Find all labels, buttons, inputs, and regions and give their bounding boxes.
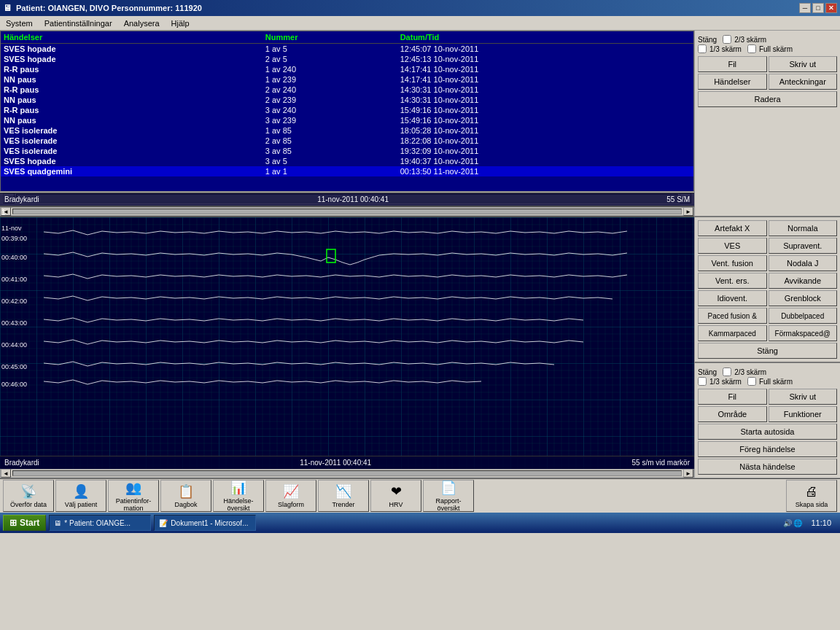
svg-rect-23 [0,217,694,469]
checkboxes-bottom: Stäng 2/3 skärm 1/3 skärm Full skärm [698,366,837,387]
nodala-btn[interactable]: Nodala J [769,255,838,271]
checkbox-row-2: 1/3 skärm Full skärm [698,44,837,53]
ecg-scrollbar[interactable]: ◄ ► [0,207,694,216]
toolbar-dagbok-btn[interactable]: 📋 Dagbok [160,480,211,512]
minimize-button[interactable]: ─ [799,3,811,13]
toolbar-slagform-btn[interactable]: 📈 Slagform [265,480,316,512]
toolbar-hrv-btn[interactable]: ❤ HRV [370,480,421,512]
col-header-datetime: Datum/Tid [397,31,693,44]
rapportoversikt-label: Rapport- översikt [435,497,461,512]
table-row[interactable]: R-R paus1 av 24014:17:41 10-nov-2011 [1,64,693,74]
idiovent-btn[interactable]: Idiovent. [698,290,767,306]
checkbox-full-skarm-bottom[interactable] [747,377,756,386]
trend-datetime: 11-nov-2011 00:40:41 [300,459,371,467]
skrivut-btn-top[interactable]: Skriv ut [769,56,838,72]
checkbox-1-3-skarm-bottom[interactable] [698,377,707,386]
toolbar-valj-patient-btn[interactable]: 👤 Välj patient [55,480,106,512]
fil-btn-top[interactable]: Fil [698,56,767,72]
cb-1-3-skarm-top[interactable]: 1/3 skärm [698,44,742,53]
table-row[interactable]: SVES quadgemini1 av 100:13:50 11-nov-201… [1,166,693,176]
menu-patient-settings[interactable]: Patientinställningar [42,18,115,28]
rapportoversikt-icon: 📄 [440,480,456,496]
scroll-trend-left[interactable]: ◄ [1,469,11,478]
toolbar-skapa-sida-btn[interactable]: 🖨 Skapa sida [786,480,837,512]
table-cell-event: SVES hopade [1,156,262,166]
scroll-track[interactable] [12,209,682,214]
starta-auto-btn[interactable]: Starta autosida [698,424,837,440]
table-cell-number: 2 av 5 [262,54,397,64]
close-button[interactable]: ✕ [825,3,837,13]
avvikande-btn[interactable]: Avvikande [769,273,838,289]
checkbox-full-skarm-top[interactable] [747,44,756,53]
funktioner-btn[interactable]: Funktioner [769,406,838,422]
anteckningar-btn[interactable]: Anteckningar [769,74,838,90]
patientinfo-icon: 👥 [125,480,141,496]
taskbar-patient-item[interactable]: 🖥 * Patient: OIANGE... [49,515,151,531]
checkbox-2-3-skarm-bottom[interactable] [723,368,731,376]
table-row[interactable]: VES isolerade1 av 8518:05:28 10-nov-2011 [1,125,693,136]
dubbelpaced-btn[interactable]: Dubbelpaced [769,308,838,324]
events-table-container[interactable]: Händelser Nummer Datum/Tid SVES hopade1 … [0,31,694,192]
scroll-ecg-right[interactable]: ► [683,207,693,216]
svg-text:00:42:00: 00:42:00 [1,298,27,305]
cb-full-skarm-bottom[interactable]: Full skärm [747,377,793,386]
fil-btn-bottom[interactable]: Fil [698,389,767,405]
cb-2-3-skarm-bottom[interactable]: 2/3 skärm [723,368,766,376]
toolbar-patientinfo-btn[interactable]: 👥 Patientinfor- mation [108,480,159,512]
supravent-btn[interactable]: Supravent. [769,238,838,254]
toolbar-overforda-btn[interactable]: 📡 Överför data [3,480,54,512]
table-row[interactable]: NN paus2 av 23914:30:31 10-nov-2011 [1,95,693,105]
scroll-trend-right[interactable]: ► [683,469,693,478]
normala-btn[interactable]: Normala [769,220,838,236]
svg-text:00:46:00: 00:46:00 [1,381,27,388]
table-row[interactable]: SVES hopade2 av 512:45:13 10-nov-2011 [1,54,693,64]
table-row[interactable]: R-R paus2 av 24014:30:31 10-nov-2011 [1,85,693,95]
start-button[interactable]: ⊞ Start [3,515,46,531]
ecg-upper-display: N N N N N N N N N N N [0,206,694,207]
artefakt-btn[interactable]: Artefakt X [698,220,767,236]
table-row[interactable]: VES isolerade2 av 8518:22:08 10-nov-2011 [1,136,693,146]
table-row[interactable]: R-R paus3 av 24015:49:16 10-nov-2011 [1,105,693,115]
kammarpaced-btn[interactable]: Kammarpaced [698,325,767,341]
table-row[interactable]: SVES hopade1 av 512:45:07 10-nov-2011 [1,44,693,55]
menu-help[interactable]: Hjälp [168,18,192,28]
cb-2-3-skarm-top[interactable]: 2/3 skärm [723,35,766,44]
table-cell-datetime: 12:45:13 10-nov-2011 [397,54,693,64]
taskbar-patient-label: * Patient: OIANGE... [64,519,131,527]
kammarpaced-formakspaced-row: Kammarpaced Förmakspaced@ [698,325,837,341]
trend-scrollbar[interactable]: ◄ ► [0,469,694,478]
vent-ers-btn[interactable]: Vent. ers. [698,273,767,289]
table-row[interactable]: VES isolerade3 av 8519:32:09 10-nov-2011 [1,146,693,156]
toolbar-trender-btn[interactable]: 📉 Trender [318,480,369,512]
formakspaced-btn[interactable]: Förmakspaced@ [769,325,838,341]
toolbar-rapportoversikt-btn[interactable]: 📄 Rapport- översikt [423,480,474,512]
omrade-btn[interactable]: Område [698,406,767,422]
foreg-handelse-btn[interactable]: Föreg händelse [698,441,837,457]
handelseoversikt-label: Händelse- översikt [223,497,253,512]
table-row[interactable]: NN paus3 av 23915:49:16 10-nov-2011 [1,115,693,125]
stang-ecg-btn[interactable]: Stäng [698,343,837,359]
nasta-handelse-btn[interactable]: Nästa händelse [698,459,837,475]
toolbar-handelseoversikt-btn[interactable]: 📊 Händelse- översikt [213,480,264,512]
grenblock-btn[interactable]: Grenblock [769,290,838,306]
table-row[interactable]: SVES hopade3 av 519:40:37 10-nov-2011 [1,156,693,166]
handelser-btn[interactable]: Händelser [698,74,767,90]
menu-bar: System Patientinställningar Analysera Hj… [0,16,840,31]
radera-btn[interactable]: Radera [698,91,837,107]
cb-full-skarm-top[interactable]: Full skärm [747,44,793,53]
checkbox-1-3-skarm-top[interactable] [698,44,707,53]
checkbox-row-3: Stäng 2/3 skärm [698,368,837,376]
restore-button[interactable]: □ [812,3,824,13]
checkbox-2-3-skarm-top[interactable] [723,35,731,44]
table-row[interactable]: NN paus1 av 23914:17:41 10-nov-2011 [1,74,693,85]
paced-fusion-btn[interactable]: Paced fusion & [698,308,767,324]
ves-btn[interactable]: VES [698,238,767,254]
menu-system[interactable]: System [3,18,36,28]
trend-scroll-track[interactable] [12,470,682,476]
cb-1-3-skarm-bottom[interactable]: 1/3 skärm [698,377,742,386]
skrivut-btn-bottom[interactable]: Skriv ut [769,389,838,405]
checkbox-row-4: 1/3 skärm Full skärm [698,377,837,386]
taskbar-dokument-item[interactable]: 📝 Dokument1 - Microsof... [154,515,256,531]
vent-fusion-btn[interactable]: Vent. fusion [698,255,767,271]
menu-analyze[interactable]: Analysera [121,18,163,28]
